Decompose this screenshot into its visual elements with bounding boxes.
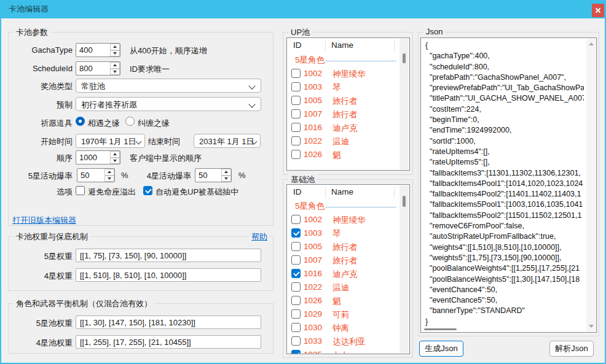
scrollbar[interactable] xyxy=(399,39,409,169)
scrollbar-thumb[interactable] xyxy=(403,53,406,63)
scroll-up-icon[interactable] xyxy=(589,42,594,45)
table-row[interactable]: 1007 旅行者 xyxy=(287,107,399,121)
close-button[interactable] xyxy=(592,4,604,17)
radio-acquaint-fate[interactable] xyxy=(76,117,85,126)
row-checkbox[interactable] xyxy=(291,255,301,265)
gachatype-input[interactable]: 400 xyxy=(76,43,120,57)
scrollbar[interactable] xyxy=(399,185,409,353)
spin-up-icon xyxy=(113,153,117,155)
item-id: 1003 xyxy=(304,82,322,91)
base-pool-list[interactable]: ID Name 5星角色 1002 神里绫华 1003 琴 1005 旅行者 1… xyxy=(286,184,410,354)
rate5-input[interactable]: 50 xyxy=(77,168,115,182)
sort-input[interactable]: 1000 xyxy=(76,150,120,165)
column-header-name[interactable]: Name xyxy=(331,185,353,199)
gachatype-stepper[interactable] xyxy=(110,44,120,56)
row-checkbox[interactable] xyxy=(291,336,301,346)
scheduleid-input[interactable]: 800 xyxy=(76,61,120,76)
row-checkbox[interactable] xyxy=(291,282,301,292)
table-row[interactable]: 1003 琴 xyxy=(287,80,399,94)
table-row[interactable]: 1003 琴 xyxy=(287,227,399,240)
open-legacy-editor-link[interactable]: 打开旧版本编辑器 xyxy=(12,215,76,226)
json-group-title: Json xyxy=(423,27,445,36)
radio-intertwined-fate[interactable] xyxy=(125,117,135,126)
row-checkbox[interactable] xyxy=(291,309,301,319)
pool-type-label: 奖池类型 xyxy=(12,81,73,92)
row-checkbox[interactable] xyxy=(291,228,301,238)
auto-avoid-up-checkbox[interactable] xyxy=(143,186,152,195)
rate4-stepper[interactable] xyxy=(221,169,231,182)
scheduleid-hint: ID要求唯一 xyxy=(130,64,170,75)
help-link[interactable]: 帮助 xyxy=(250,231,269,242)
rate5-stepper[interactable] xyxy=(104,169,114,182)
item-id: 1030 xyxy=(304,323,322,332)
scrollbar[interactable] xyxy=(586,39,596,331)
start-time-label: 开始时间 xyxy=(12,136,73,147)
row-checkbox[interactable] xyxy=(291,82,301,91)
table-row[interactable]: 1022 温迪 xyxy=(287,281,399,294)
row-checkbox[interactable] xyxy=(291,350,301,354)
row-checkbox[interactable] xyxy=(291,242,301,251)
table-row[interactable]: 1033 达达利亚 xyxy=(287,335,399,348)
weights-group-title: 卡池权重与保底机制 xyxy=(14,231,90,242)
table-row[interactable]: 1030 钟离 xyxy=(287,321,399,335)
table-row[interactable]: 1016 迪卢克 xyxy=(287,121,399,134)
table-row[interactable]: 1016 迪卢克 xyxy=(287,267,399,281)
table-row[interactable]: 1002 神里绫华 xyxy=(287,67,399,80)
table-row[interactable]: 1026 魈 xyxy=(287,148,399,161)
column-header-name[interactable]: Name xyxy=(331,38,353,53)
title-bar[interactable]: 卡池编辑器 xyxy=(0,0,606,18)
rate4-input[interactable]: 50 xyxy=(195,168,232,182)
table-row[interactable]: 1005 旅行者 xyxy=(287,240,399,254)
row-checkbox[interactable] xyxy=(291,136,301,145)
item-id: 1033 xyxy=(304,336,322,346)
table-row[interactable]: 1005 旅行者 xyxy=(287,94,399,107)
scheduleid-stepper[interactable] xyxy=(110,62,120,75)
gachatype-label: GachaType xyxy=(12,45,73,55)
row-checkbox[interactable] xyxy=(291,296,301,305)
generate-json-button[interactable]: 生成Json xyxy=(419,341,463,357)
list-group-header: 5星角色 xyxy=(287,199,399,213)
sort-stepper[interactable] xyxy=(110,151,120,164)
preset-select[interactable]: 初行者推荐祈愿 xyxy=(76,97,261,111)
row-checkbox[interactable] xyxy=(291,323,301,332)
pool-type-select[interactable]: 常驻池 xyxy=(76,79,261,93)
end-time-picker[interactable]: 2031年 1月 1日 xyxy=(194,134,261,148)
avoid-constellation-overflow-checkbox[interactable] xyxy=(76,186,85,195)
json-textarea[interactable]: { "gachaType":400, "scheduleId":800, "pr… xyxy=(420,37,597,333)
scroll-down-icon[interactable] xyxy=(589,325,594,328)
table-row[interactable]: 1002 神里绫华 xyxy=(287,213,399,227)
item-name: 旅行者 xyxy=(333,255,358,266)
balance-group-title: 角色和武器平衡机制（仅混合池有效） xyxy=(14,298,154,309)
item-id: 1005 xyxy=(304,96,322,105)
table-row[interactable]: 1029 可莉 xyxy=(287,308,399,321)
table-row[interactable]: 1022 温迪 xyxy=(287,134,399,148)
item-name: 温迪 xyxy=(333,282,349,293)
horizontal-scrollbar-thumb[interactable] xyxy=(424,328,457,330)
scrollbar-thumb[interactable] xyxy=(403,196,406,207)
column-header-id[interactable]: ID xyxy=(293,185,302,199)
parse-json-button[interactable]: 解析Json xyxy=(549,341,594,357)
table-row[interactable]: 1035 七七 xyxy=(287,348,399,354)
row-checkbox[interactable] xyxy=(291,269,301,278)
start-time-picker[interactable]: 1970年 1月 1日 xyxy=(76,134,145,148)
up-pool-group-title: UP池 xyxy=(288,27,312,38)
row-checkbox[interactable] xyxy=(291,123,301,132)
spin-down-icon xyxy=(113,160,117,162)
item-name: 钟离 xyxy=(333,323,349,334)
row-checkbox[interactable] xyxy=(291,215,301,224)
column-header-id[interactable]: ID xyxy=(293,38,302,53)
item-name: 神里绫华 xyxy=(333,215,366,226)
pool-weight5-input[interactable]: [[1, 30], [147, 150], [181, 10230]] xyxy=(76,316,261,329)
table-row[interactable]: 1007 旅行者 xyxy=(287,254,399,267)
item-id: 1016 xyxy=(304,123,322,132)
pool-weight4-input[interactable]: [[1, 255], [17, 255], [21, 10455]] xyxy=(76,335,261,349)
weight4-input[interactable]: [[1, 510], [8, 510], [10, 10000]] xyxy=(76,268,261,282)
up-pool-list[interactable]: ID Name 5星角色 1002 神里绫华 1003 琴 1005 旅行者 1… xyxy=(286,37,410,171)
row-checkbox[interactable] xyxy=(291,150,301,159)
table-row[interactable]: 1026 魈 xyxy=(287,294,399,308)
weight5-label: 5星权重 xyxy=(12,251,73,262)
weight5-input[interactable]: [[1, 75], [73, 150], [90, 10000]] xyxy=(76,249,261,262)
row-checkbox[interactable] xyxy=(291,96,301,105)
row-checkbox[interactable] xyxy=(291,69,301,78)
row-checkbox[interactable] xyxy=(291,109,301,118)
